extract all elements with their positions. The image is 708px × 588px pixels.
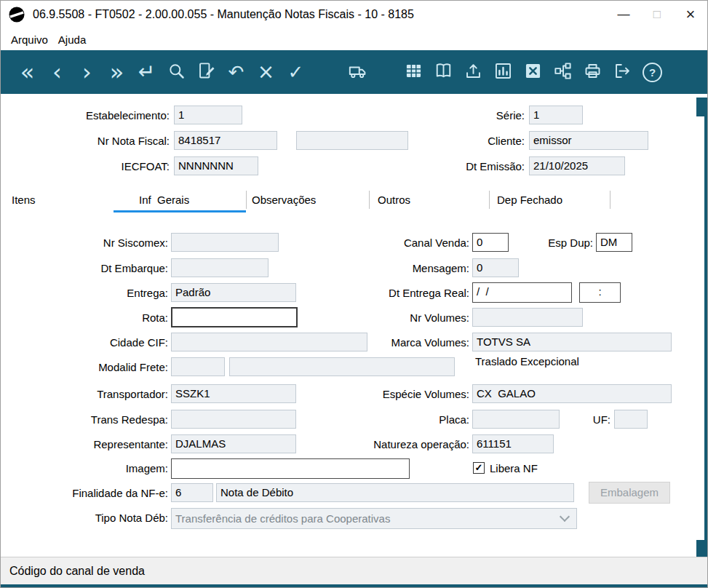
tab-outros[interactable]: Outros xyxy=(369,188,498,211)
hierarchy-button[interactable] xyxy=(548,53,578,91)
checkmark-icon: ✓ xyxy=(475,463,483,472)
dt-embarque-field xyxy=(171,258,269,277)
menu-arquivo[interactable]: Arquivo xyxy=(11,33,48,46)
libera-nf-checkbox[interactable]: ✓ Libera NF xyxy=(473,458,538,477)
chevron-down-icon xyxy=(560,512,570,522)
undo-button[interactable]: ↶ xyxy=(221,53,251,91)
entrega-label: Entrega: xyxy=(30,284,168,303)
last-record-button[interactable]: » xyxy=(102,53,132,91)
nr-nota-fiscal-field-2 xyxy=(296,131,408,150)
scrollbar-up-button[interactable] xyxy=(696,98,707,116)
marca-volumes-field: TOTVS SA xyxy=(472,333,672,351)
status-text: Código do canal de venda xyxy=(9,565,145,577)
mensagem-field: 0 xyxy=(472,258,519,277)
help-button[interactable]: ? xyxy=(637,53,667,91)
checkbox-box-icon: ✓ xyxy=(473,462,485,474)
close-button[interactable]: × xyxy=(674,5,707,24)
cancel-button[interactable]: × xyxy=(251,53,281,91)
modalid-frete-field xyxy=(171,357,225,376)
dt-embarque-label: Dt Embarque: xyxy=(30,259,168,278)
chart-icon xyxy=(493,61,513,83)
confirm-button[interactable]: ✓ xyxy=(281,53,311,91)
minimize-button[interactable]: — xyxy=(607,7,640,22)
estabelecimento-field: 1 xyxy=(174,106,242,124)
natureza-operacao-label: Natureza operação: xyxy=(335,435,469,454)
tab-itens[interactable]: Itens xyxy=(7,188,119,211)
representante-field: DJALMAS xyxy=(171,434,296,453)
menu-ajuda[interactable]: Ajuda xyxy=(58,33,86,46)
active-tab-underline xyxy=(114,210,246,212)
window-title: 06.9.5508 - FT0502 - 2.00.00.055 - Manut… xyxy=(33,8,414,21)
tab-observacoes[interactable]: Observações xyxy=(246,188,375,211)
mensagem-label: Mensagem: xyxy=(335,259,469,278)
tab-separator xyxy=(489,191,490,209)
canal-venda-field[interactable]: 0 xyxy=(472,233,509,252)
title-bar: 06.9.5508 - FT0502 - 2.00.00.055 - Manut… xyxy=(1,1,707,28)
iecfoat-label: IECFOAT: xyxy=(44,157,170,176)
tipo-nota-deb-label: Tipo Nota Déb: xyxy=(30,509,168,528)
dt-emissao-label: Dt Emissão: xyxy=(408,157,525,176)
esp-dup-label: Esp Dup: xyxy=(510,234,593,253)
serie-field: 1 xyxy=(529,106,583,124)
nr-siscomex-label: Nr Siscomex: xyxy=(30,234,168,253)
exit-button[interactable] xyxy=(608,53,637,91)
entrega-field: Padrão xyxy=(171,283,296,302)
edit-document-icon xyxy=(196,61,216,83)
book-icon xyxy=(434,61,453,83)
maximize-button: □ xyxy=(640,7,674,22)
tipo-nota-deb-value: Transferência de créditos para Cooperati… xyxy=(175,510,390,527)
cancel-icon: × xyxy=(258,62,274,82)
dt-entrega-real-date-field[interactable]: / / xyxy=(472,282,572,303)
last-record-icon: » xyxy=(110,60,124,84)
cliente-field: emissor xyxy=(529,131,648,150)
tab-dep-fechado[interactable]: Dep Fechado xyxy=(489,188,618,211)
cliente-label: Cliente: xyxy=(408,132,525,151)
finalidade-nfe-label: Finalidade da NF-e: xyxy=(30,484,168,503)
first-record-button[interactable]: « xyxy=(12,53,42,91)
reference-button[interactable] xyxy=(429,53,458,91)
representante-label: Representante: xyxy=(30,435,168,454)
app-logo-icon xyxy=(8,6,25,23)
delivery-button[interactable] xyxy=(343,53,373,91)
uf-field xyxy=(614,410,648,429)
printer-icon xyxy=(583,61,602,83)
help-icon: ? xyxy=(643,63,662,82)
transportador-label: Transportador: xyxy=(30,385,168,404)
export-button[interactable] xyxy=(458,53,488,91)
placa-label: Placa: xyxy=(335,410,469,429)
search-button[interactable] xyxy=(162,53,191,91)
placa-field xyxy=(472,410,560,429)
previous-record-button[interactable]: ‹ xyxy=(42,53,72,91)
scrollbar-track[interactable] xyxy=(704,98,707,558)
next-record-button[interactable]: › xyxy=(72,53,102,91)
menu-bar: Arquivo Ajuda xyxy=(1,28,707,51)
first-record-icon: « xyxy=(20,60,35,84)
especie-volumes-label: Espécie Volumes: xyxy=(335,385,469,404)
canal-venda-label: Canal Venda: xyxy=(335,234,469,253)
especie-volumes-field: CX GALAO xyxy=(472,384,672,403)
exit-icon xyxy=(613,61,632,83)
grid-button[interactable] xyxy=(399,53,429,91)
nr-siscomex-field xyxy=(171,233,279,252)
chart-button[interactable] xyxy=(488,53,518,91)
excel-icon xyxy=(523,61,543,83)
tab-separator xyxy=(610,191,610,209)
dt-entrega-real-label: Dt Entrega Real: xyxy=(335,284,469,303)
tab-separator xyxy=(246,191,247,209)
rota-field[interactable] xyxy=(171,307,298,327)
excel-button[interactable] xyxy=(518,53,548,91)
trans-redespa-field xyxy=(171,410,296,429)
edit-button[interactable] xyxy=(191,53,221,91)
iecfoat-field: NNNNNNN xyxy=(174,156,258,175)
esp-dup-field[interactable]: DM xyxy=(596,233,632,252)
print-button[interactable] xyxy=(578,53,608,91)
dt-entrega-real-time-field[interactable]: : xyxy=(579,282,621,303)
uf-label: UF: xyxy=(580,410,610,429)
imagem-field[interactable] xyxy=(171,458,410,479)
marca-volumes-label: Marca Volumes: xyxy=(335,333,469,352)
toolbar: « ‹ › » ↵ ↶ × ✓ ? xyxy=(1,50,707,94)
go-button[interactable]: ↵ xyxy=(132,53,162,91)
hierarchy-icon xyxy=(553,61,573,83)
tab-separator xyxy=(369,191,370,209)
cidade-cif-label: Cidade CIF: xyxy=(30,333,168,352)
